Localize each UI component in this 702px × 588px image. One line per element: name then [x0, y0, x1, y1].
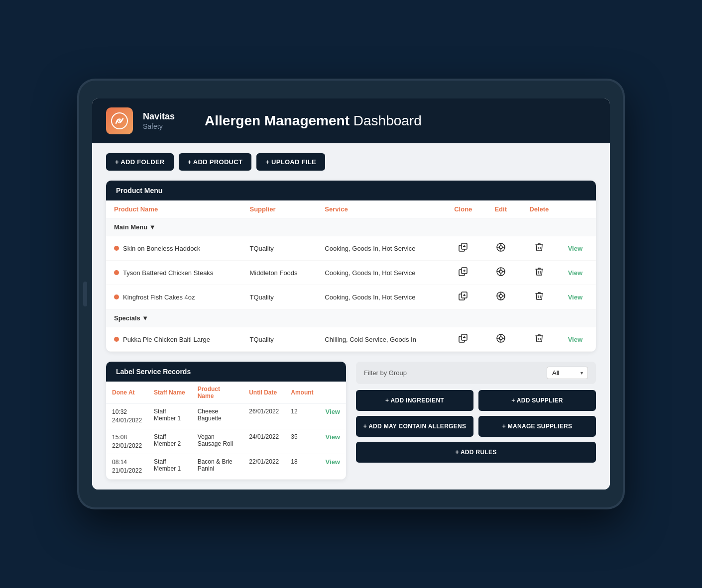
label-service-header: Label Service Records	[106, 362, 346, 382]
add-ingredient-button[interactable]: + ADD INGREDIENT	[356, 390, 473, 411]
add-rules-button[interactable]: + ADD RULES	[356, 442, 596, 463]
filter-select-wrap: All Group 1 Group 2	[547, 367, 588, 379]
label-staff: Staff Member 2	[148, 429, 192, 454]
product-dot	[114, 337, 119, 342]
label-col-done-at: Done At	[106, 382, 148, 404]
edit-button[interactable]	[494, 332, 508, 346]
col-delete: Delete	[518, 200, 560, 218]
upload-file-button[interactable]: + UPLOAD FILE	[256, 153, 325, 171]
table-row: Tyson Battered Chicken Steaks Middleton …	[106, 261, 596, 285]
col-service: Service	[317, 200, 443, 218]
product-name: Skin on Boneless Haddock	[123, 245, 200, 252]
col-clone: Clone	[443, 200, 483, 218]
table-row: 10:32 24/01/2022 Staff Member 1 Cheese B…	[106, 404, 346, 429]
label-view-cell: View	[320, 454, 346, 480]
add-folder-button[interactable]: + ADD FOLDER	[106, 153, 174, 171]
section-label: Main Menu ▼	[106, 218, 596, 236]
manage-suppliers-button[interactable]: + MANAGE SUPPLIERS	[478, 416, 596, 437]
clone-button[interactable]	[457, 291, 469, 303]
table-row: 15:08 22/01/2022 Staff Member 2 Vegan Sa…	[106, 429, 346, 454]
product-name: Kingfrost Fish Cakes 4oz	[123, 294, 195, 301]
product-name-cell: Skin on Boneless Haddock	[106, 236, 241, 261]
svg-point-19	[499, 270, 502, 273]
product-edit-cell	[483, 261, 518, 285]
main-content: + ADD FOLDER + ADD PRODUCT + UPLOAD FILE…	[92, 143, 610, 490]
delete-button[interactable]	[533, 266, 545, 279]
label-view-cell: View	[320, 429, 346, 454]
product-clone-cell	[443, 327, 483, 352]
clone-button[interactable]	[457, 242, 469, 255]
product-delete-cell	[518, 261, 560, 285]
table-row: 08:14 21/01/2022 Staff Member 1 Bacon & …	[106, 454, 346, 480]
add-product-button[interactable]: + ADD PRODUCT	[179, 153, 252, 171]
product-supplier: TQuality	[241, 285, 317, 309]
action-buttons-grid: + ADD INGREDIENT + ADD SUPPLIER + ADD MA…	[356, 390, 596, 463]
product-supplier: Middleton Foods	[241, 261, 317, 285]
label-col-staff: Staff Name	[148, 382, 192, 404]
label-view-cell: View	[320, 404, 346, 429]
table-row: Pukka Pie Chicken Balti Large TQuality C…	[106, 327, 596, 352]
brand-info: Navitas Safety	[143, 111, 175, 130]
label-view-link[interactable]: View	[326, 458, 340, 466]
label-amount: 18	[285, 454, 319, 480]
edit-button[interactable]	[494, 266, 508, 280]
clone-button[interactable]	[457, 333, 469, 346]
product-service: Chilling, Cold Service, Goods In	[317, 327, 443, 352]
filter-select[interactable]: All Group 1 Group 2	[547, 367, 588, 379]
label-done-at: 15:08 22/01/2022	[106, 429, 148, 454]
view-link[interactable]: View	[568, 336, 583, 343]
svg-point-1	[117, 119, 121, 123]
brand-sub: Safety	[143, 122, 175, 130]
label-until: 22/01/2022	[243, 454, 285, 480]
tablet-side-button	[83, 282, 87, 306]
clone-button[interactable]	[457, 266, 469, 279]
delete-button[interactable]	[533, 242, 545, 255]
logo-box	[106, 107, 133, 134]
product-supplier: TQuality	[241, 236, 317, 261]
col-product-name: Product Name	[106, 200, 241, 218]
product-supplier: TQuality	[241, 327, 317, 352]
delete-button[interactable]	[533, 333, 545, 346]
product-clone-cell	[443, 285, 483, 309]
product-service: Cooking, Goods In, Hot Service	[317, 261, 443, 285]
label-until: 24/01/2022	[243, 429, 285, 454]
app-header: Navitas Safety Allergen Management Dashb…	[92, 98, 610, 143]
filter-label: Filter by Group	[364, 369, 407, 377]
label-product: Cheese Baguette	[192, 404, 243, 429]
right-panel: Filter by Group All Group 1 Group 2 + AD…	[356, 362, 596, 480]
label-done-at: 08:14 21/01/2022	[106, 454, 148, 480]
svg-point-43	[499, 337, 502, 340]
label-amount: 12	[285, 404, 319, 429]
page-title-light: Dashboard	[350, 113, 422, 128]
product-menu-card-header: Product Menu	[106, 181, 596, 200]
label-staff: Staff Member 1	[148, 404, 192, 429]
product-clone-cell	[443, 236, 483, 261]
label-staff: Staff Member 1	[148, 454, 192, 480]
product-name: Tyson Battered Chicken Steaks	[123, 269, 213, 277]
product-section-row[interactable]: Specials ▼	[106, 309, 596, 327]
svg-point-7	[499, 246, 502, 249]
product-service: Cooking, Goods In, Hot Service	[317, 285, 443, 309]
product-dot	[114, 294, 119, 299]
add-supplier-button[interactable]: + ADD SUPPLIER	[478, 390, 596, 411]
product-name: Pukka Pie Chicken Balti Large	[123, 336, 210, 343]
product-view-cell: View	[560, 285, 596, 309]
section-label: Specials ▼	[106, 309, 596, 327]
product-view-cell: View	[560, 236, 596, 261]
page-title-bold: Allergen Management	[205, 113, 350, 128]
label-view-link[interactable]: View	[326, 433, 340, 441]
svg-point-31	[499, 294, 502, 297]
add-may-contain-button[interactable]: + ADD MAY CONTAIN ALLERGENS	[356, 416, 473, 437]
product-table: Product Name Supplier Service Clone Edit…	[106, 200, 596, 352]
edit-button[interactable]	[494, 241, 508, 255]
label-product: Bacon & Brie Panini	[192, 454, 243, 480]
col-edit: Edit	[483, 200, 518, 218]
product-section-row[interactable]: Main Menu ▼	[106, 218, 596, 236]
view-link[interactable]: View	[568, 294, 583, 301]
product-view-cell: View	[560, 327, 596, 352]
view-link[interactable]: View	[568, 245, 583, 252]
label-view-link[interactable]: View	[326, 408, 340, 415]
edit-button[interactable]	[494, 290, 508, 304]
view-link[interactable]: View	[568, 269, 583, 277]
delete-button[interactable]	[533, 291, 545, 303]
